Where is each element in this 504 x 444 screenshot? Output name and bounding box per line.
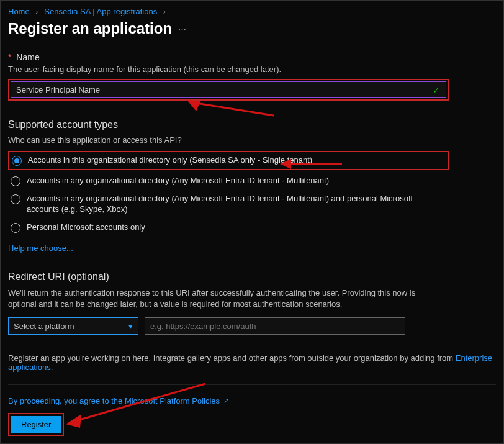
account-types-sub: Who can use this application or access t… <box>8 135 496 145</box>
radio-multitenant-personal[interactable]: Accounts in any organizational directory… <box>8 192 449 217</box>
platform-select-value: Select a platform <box>14 322 74 331</box>
redirect-desc: We'll return the authentication response… <box>8 288 443 310</box>
name-input-highlight: ✓ <box>8 79 449 101</box>
radio-icon <box>11 194 20 204</box>
more-icon[interactable]: ⋯ <box>178 24 186 34</box>
breadcrumb: Home › Sensedia SA | App registrations › <box>8 7 496 20</box>
register-highlight: Register <box>8 413 64 436</box>
help-me-choose-link[interactable]: Help me choose... <box>8 243 73 253</box>
radio-icon <box>12 156 22 166</box>
name-label: Name <box>16 52 39 62</box>
footer-note-period: . <box>51 363 53 372</box>
breadcrumb-tenant[interactable]: Sensedia SA | App registrations <box>44 7 157 16</box>
account-types-radio-group: Accounts in this organizational director… <box>8 151 449 235</box>
chevron-right-icon: › <box>35 7 38 16</box>
footer-note-text: Register an app you're working on here. … <box>8 353 456 363</box>
radio-label: Personal Microsoft accounts only <box>27 222 446 233</box>
check-icon: ✓ <box>433 85 440 95</box>
platform-policies-link[interactable]: By proceeding, you agree to the Microsof… <box>8 396 220 405</box>
breadcrumb-home[interactable]: Home <box>8 7 30 16</box>
radio-single-tenant[interactable]: Accounts in this organizational director… <box>8 151 449 170</box>
required-indicator: * <box>8 52 11 62</box>
radio-icon <box>11 223 20 233</box>
chevron-right-icon: › <box>163 7 166 16</box>
radio-multitenant[interactable]: Accounts in any organizational directory… <box>8 174 449 188</box>
radio-personal-only[interactable]: Personal Microsoft accounts only <box>8 220 449 235</box>
radio-icon <box>11 176 20 186</box>
page-title: Register an application <box>8 20 172 37</box>
radio-label: Accounts in any organizational directory… <box>27 194 446 215</box>
external-link-icon: ↗ <box>223 397 229 405</box>
platform-select[interactable]: Select a platform ▾ <box>8 317 138 335</box>
radio-label: Accounts in any organizational directory… <box>27 176 446 186</box>
redirect-heading: Redirect URI (optional) <box>8 271 496 283</box>
radio-label: Accounts in this organizational director… <box>28 155 445 166</box>
name-help: The user-facing display name for this ap… <box>8 65 496 74</box>
name-input[interactable] <box>11 81 446 98</box>
register-button[interactable]: Register <box>11 416 61 433</box>
footer-note: Register an app you're working on here. … <box>8 353 496 385</box>
redirect-uri-input[interactable] <box>145 317 405 335</box>
chevron-down-icon: ▾ <box>128 322 133 331</box>
account-types-heading: Supported account types <box>8 119 496 130</box>
